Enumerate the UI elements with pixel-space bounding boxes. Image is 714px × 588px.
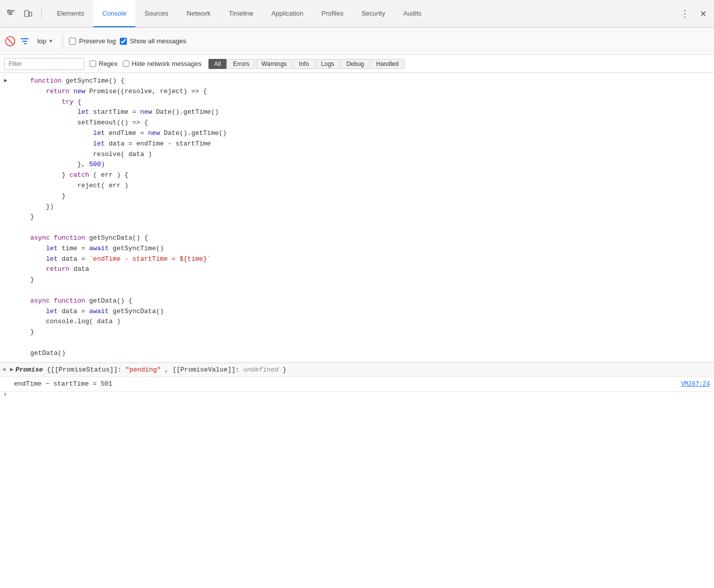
filter-bar: Regex Hide network messages All Errors W… — [0, 55, 714, 73]
console-output: ▶ function getSyncTime() { return new Pr… — [0, 73, 714, 398]
level-all-button[interactable]: All — [208, 59, 226, 69]
result-text: endTime − startTime = 501 — [14, 379, 112, 389]
chevron-down-icon: ▼ — [48, 38, 53, 44]
tab-elements[interactable]: Elements — [48, 0, 93, 27]
code-line-18: return data — [15, 264, 714, 275]
code-line-11: reject( err ) — [15, 181, 714, 191]
hide-network-toggle[interactable]: Hide network messages — [123, 60, 202, 67]
hide-network-checkbox[interactable] — [123, 60, 129, 67]
tab-application[interactable]: Application — [262, 0, 313, 27]
code-line-16: let time = await getSyncTime() — [15, 244, 714, 254]
code-line-9: }, 500) — [15, 160, 714, 170]
code-line-15: async function getSyncData() { — [15, 233, 714, 244]
level-errors-button[interactable]: Errors — [228, 59, 255, 69]
code-line-8: resolve( data ) — [15, 150, 714, 160]
code-line-5: setTimeout(() => { — [15, 118, 714, 128]
left-arrow-icon: ◀ — [2, 365, 6, 374]
regex-toggle[interactable]: Regex — [90, 60, 118, 67]
preserve-log-checkbox[interactable] — [69, 38, 76, 45]
more-options-button[interactable]: ⋮ — [678, 7, 692, 21]
code-line-blank3 — [15, 338, 714, 348]
code-line-20: async function getData() { — [15, 296, 714, 307]
code-line-19: } — [15, 275, 714, 285]
toolbar-divider — [62, 34, 63, 49]
code-line-4: let startTime = new Date().getTime() — [15, 107, 714, 118]
svg-rect-2 — [29, 12, 32, 16]
level-debug-button[interactable]: Debug — [341, 59, 370, 69]
inspect-element-button[interactable] — [4, 7, 18, 21]
code-line-blank1 — [15, 223, 714, 233]
level-filter-buttons: All Errors Warnings Info Logs Debug Hand… — [208, 59, 404, 69]
code-line-6: let endTime = new Date().getTime() — [15, 128, 714, 139]
code-line-blank2 — [15, 285, 714, 296]
toolbar-left: 🚫 top ▼ — [5, 36, 56, 47]
vm-link[interactable]: VM287:24 — [681, 380, 710, 389]
show-all-messages-toggle[interactable]: Show all messages — [120, 37, 186, 45]
code-line-23: } — [15, 327, 714, 338]
console-prompt-row[interactable]: › — [0, 391, 714, 398]
code-line-22: console.log( data ) — [15, 317, 714, 327]
code-line-21: let data = await getSyncData() — [15, 307, 714, 317]
code-line-10: } catch ( err ) { — [15, 170, 714, 181]
code-line-7: let data = endTime - startTime — [15, 139, 714, 150]
level-logs-button[interactable]: Logs — [316, 59, 340, 69]
nav-right-controls: ⋮ ✕ — [678, 7, 710, 21]
level-warnings-button[interactable]: Warnings — [256, 59, 292, 69]
result-output-row: endTime − startTime = 501 VM287:24 — [0, 377, 714, 391]
code-line-14: } — [15, 212, 714, 223]
level-handled-button[interactable]: Handled — [371, 59, 404, 69]
tab-timeline[interactable]: Timeline — [220, 0, 262, 27]
code-line-12: } — [15, 191, 714, 202]
tab-network[interactable]: Network — [178, 0, 220, 27]
show-all-messages-checkbox[interactable] — [120, 38, 127, 45]
tab-sources[interactable]: Sources — [135, 0, 178, 27]
device-toolbar-button[interactable] — [21, 7, 35, 21]
nav-icon-group — [4, 7, 42, 21]
code-line-1: function getSyncTime() { — [15, 76, 714, 87]
promise-output-row: ◀ ▶ Promise {[[PromiseStatus]]: "pending… — [0, 362, 714, 377]
expand-arrow[interactable]: ▶ — [4, 77, 8, 86]
close-devtools-button[interactable]: ✕ — [696, 7, 710, 21]
filter-input[interactable] — [4, 58, 85, 70]
code-line-2: return new Promise((resolve, reject) => … — [15, 87, 714, 97]
prompt-caret-icon: › — [3, 389, 7, 398]
tab-security[interactable]: Security — [352, 0, 394, 27]
level-info-button[interactable]: Info — [294, 59, 315, 69]
code-block-main: ▶ function getSyncTime() { return new Pr… — [0, 73, 714, 362]
preserve-log-toggle[interactable]: Preserve log — [69, 37, 116, 45]
top-navigation: Elements Console Sources Network Timelin… — [0, 0, 714, 28]
code-line-24: getData() — [15, 348, 714, 359]
tab-audits[interactable]: Audits — [394, 0, 431, 27]
svg-rect-1 — [25, 11, 29, 17]
nav-tabs: Elements Console Sources Network Timelin… — [48, 0, 678, 27]
code-line-3: try { — [15, 97, 714, 108]
tab-profiles[interactable]: Profiles — [313, 0, 352, 27]
context-selector[interactable]: top ▼ — [34, 36, 56, 46]
promise-expand-arrow[interactable]: ▶ — [10, 365, 14, 374]
clear-console-button[interactable]: 🚫 — [5, 36, 15, 46]
code-line-17: let data = `endTime - startTime = ${time… — [15, 254, 714, 265]
regex-checkbox[interactable] — [90, 60, 96, 67]
tab-console[interactable]: Console — [93, 0, 135, 27]
code-line-13: }) — [15, 202, 714, 212]
filter-icon[interactable] — [19, 36, 30, 47]
console-toolbar: 🚫 top ▼ Preserve log Show all messages — [0, 28, 714, 55]
